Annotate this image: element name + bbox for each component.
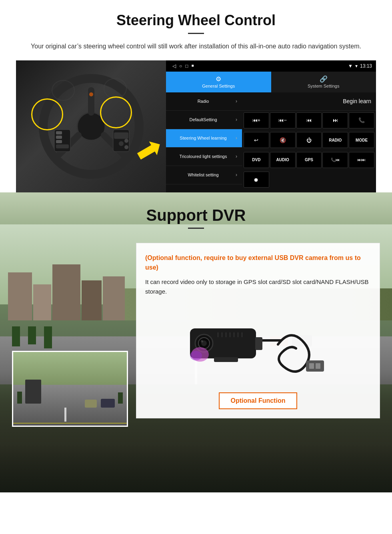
- thumb-tree: [17, 392, 22, 404]
- control-grid: ⏮+ ⏮− ⏮ ⏭ 📞 ↩ 🔇 ⏻ RADIO MODE DVD AUDIO: [242, 111, 376, 192]
- dvr-description: It can record video only to storage in G…: [145, 277, 371, 296]
- ctrl-phone-prev[interactable]: 📞⏮: [322, 152, 348, 168]
- status-time: 13:13: [360, 63, 372, 69]
- steering-title: Steering Wheel Control: [16, 12, 376, 29]
- chevron-icon: ›: [236, 135, 237, 141]
- ctrl-next[interactable]: ⏭: [322, 112, 348, 128]
- ctrl-next-next[interactable]: ⏭⏭: [349, 152, 374, 168]
- ctrl-phone[interactable]: 📞: [349, 112, 374, 128]
- thumb-lane-1: [64, 408, 66, 422]
- ctrl-radio[interactable]: RADIO: [322, 132, 348, 148]
- android-status-bar: ◁ ○ □ ■ ▼ ▾ 13:13: [166, 60, 376, 72]
- ctrl-power[interactable]: ⏻: [296, 132, 322, 148]
- status-bar-nav: ◁ ○ □ ■: [172, 63, 194, 69]
- tab-system-settings[interactable]: 🔗 System Settings: [271, 72, 376, 92]
- svg-rect-6: [56, 131, 62, 134]
- thumb-suv: [25, 380, 41, 404]
- menu-item-default[interactable]: DefaultSetting ›: [166, 111, 242, 129]
- dvr-thumbnail: [12, 351, 128, 427]
- svg-rect-21: [316, 363, 320, 369]
- svg-rect-37: [255, 337, 262, 350]
- menu-right-panel: Begin learn ⏮+ ⏮− ⏮ ⏭ 📞 ↩ 🔇 ⏻ RADIO: [242, 92, 376, 192]
- yellow-circle-right: [100, 96, 132, 128]
- recents-nav-icon[interactable]: □: [185, 63, 188, 69]
- chevron-icon: ›: [236, 172, 237, 178]
- thumb-tree-r: [118, 392, 123, 404]
- ctrl-mute[interactable]: 🔇: [270, 132, 296, 148]
- dvr-thumb-container: [12, 351, 128, 427]
- menu-item-whitelist[interactable]: Whitelist setting ›: [166, 166, 242, 184]
- android-panel: ◁ ○ □ ■ ▼ ▾ 13:13 ⚙ General Settings: [166, 60, 376, 192]
- svg-rect-20: [309, 363, 314, 369]
- ctrl-vol-up[interactable]: ⏮+: [244, 112, 269, 128]
- svg-point-14: [124, 145, 128, 149]
- link-icon: 🔗: [320, 75, 328, 83]
- ctrl-gps[interactable]: GPS: [296, 152, 322, 168]
- wifi-icon: ▾: [355, 63, 358, 69]
- chevron-icon: ›: [236, 154, 237, 159]
- ctrl-dvd[interactable]: DVD: [244, 152, 269, 168]
- menu-list: Radio › DefaultSetting › Steering Wheel …: [166, 92, 242, 192]
- ctrl-back[interactable]: ↩: [244, 132, 269, 148]
- svg-rect-11: [114, 132, 128, 139]
- steering-section: Steering Wheel Control Your original car…: [0, 0, 392, 192]
- back-nav-icon[interactable]: ◁: [172, 63, 176, 69]
- svg-rect-19: [306, 360, 324, 372]
- dvr-camera-image: [145, 304, 371, 384]
- svg-point-26: [201, 340, 203, 342]
- signal-icon: ▼: [348, 63, 353, 69]
- menu-item-radio[interactable]: Radio ›: [166, 92, 242, 111]
- rec-icon[interactable]: ■: [192, 63, 194, 69]
- ctrl-prev[interactable]: ⏮: [296, 112, 322, 128]
- dvr-optional-text: (Optional function, require to buy exter…: [145, 253, 371, 272]
- dvr-info-card: (Optional function, require to buy exter…: [136, 243, 380, 418]
- menu-area: Radio › DefaultSetting › Steering Wheel …: [166, 92, 376, 192]
- dvr-title-area: Support DVR: [0, 192, 392, 235]
- thumb-car-2: [85, 400, 97, 408]
- begin-learn-button[interactable]: Begin learn: [343, 98, 371, 104]
- steering-content: ➡ ◁ ○ □ ■ ▼ ▾ 13:13 ⚙: [16, 60, 376, 192]
- svg-rect-9: [56, 144, 69, 148]
- yellow-circle-left: [31, 98, 63, 130]
- tab-general-settings[interactable]: ⚙ General Settings: [166, 72, 271, 92]
- chevron-icon: ›: [236, 98, 237, 104]
- optional-function-button[interactable]: Optional Function: [219, 392, 298, 409]
- title-divider: [188, 33, 204, 34]
- dvr-title: Support DVR: [0, 206, 392, 224]
- chevron-icon: ›: [236, 117, 237, 122]
- dvr-section: Support DVR (Opt: [0, 192, 392, 492]
- dvr-content: (Optional function, require to buy exter…: [0, 235, 392, 475]
- svg-rect-7: [56, 136, 62, 139]
- steering-subtitle: Your original car’s steering wheel contr…: [16, 41, 376, 52]
- menu-item-tricoloured[interactable]: Tricoloured light settings ›: [166, 148, 242, 166]
- menu-item-steering-learning[interactable]: Steering Wheel learning ›: [166, 129, 242, 148]
- home-nav-icon[interactable]: ○: [179, 63, 182, 69]
- settings-tabs: ⚙ General Settings 🔗 System Settings: [166, 72, 376, 92]
- thumb-car-1: [101, 399, 115, 408]
- gear-icon: ⚙: [216, 75, 221, 83]
- dvr-camera-svg: [182, 308, 334, 380]
- thumb-yellow-line: [13, 423, 127, 424]
- ctrl-audio[interactable]: AUDIO: [270, 152, 296, 168]
- svg-rect-8: [56, 140, 62, 143]
- svg-rect-36: [214, 357, 238, 362]
- dvr-divider: [188, 228, 204, 229]
- steering-photo: ➡: [16, 60, 166, 192]
- tab-system-label: System Settings: [308, 84, 339, 88]
- status-bar-right: ▼ ▾ 13:13: [348, 63, 372, 69]
- ctrl-mode[interactable]: MODE: [349, 132, 374, 148]
- begin-learn-row: Begin learn: [242, 92, 376, 111]
- svg-point-35: [190, 351, 202, 360]
- svg-point-17: [89, 92, 93, 96]
- tab-general-label: General Settings: [202, 84, 235, 88]
- svg-point-12: [119, 141, 124, 146]
- ctrl-vol-down[interactable]: ⏮−: [270, 112, 296, 128]
- ctrl-rec[interactable]: ⏺: [244, 172, 269, 188]
